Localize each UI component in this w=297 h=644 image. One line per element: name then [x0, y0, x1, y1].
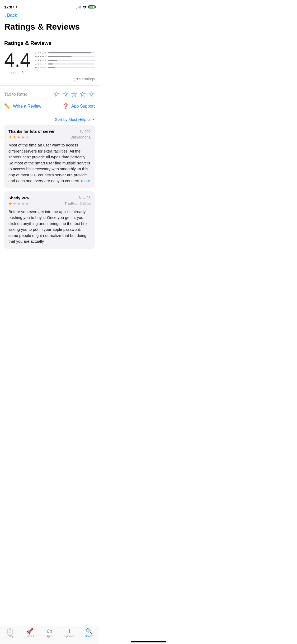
mini-star: ★	[40, 59, 42, 62]
mini-star: ★	[40, 52, 42, 54]
review-star: ★	[17, 201, 21, 206]
mini-star: ★	[35, 63, 37, 65]
status-time: 17:07	[4, 5, 18, 9]
big-rating: 4.4 out of 5	[4, 50, 31, 75]
reviews-container: Thanks for lots of server 1y ago ★★★★★ D…	[0, 125, 99, 275]
review-star: ★	[21, 135, 25, 140]
back-chevron-icon: ‹	[4, 13, 6, 18]
back-button[interactable]: ‹ Back	[4, 13, 17, 18]
rate-star-2[interactable]: ☆	[62, 90, 69, 99]
mini-star: ★	[42, 52, 44, 54]
review-star-row: ★★★★★ TheBeardInfidel	[8, 201, 91, 206]
mini-star: ★	[40, 66, 42, 69]
rating-out-of: out of 5	[11, 71, 24, 75]
review-star: ★	[25, 135, 29, 140]
mini-star: ★	[44, 52, 46, 54]
mini-stars: ★★★★★	[35, 59, 46, 62]
signal-icon	[76, 5, 81, 8]
mini-star: ★	[44, 59, 46, 62]
mini-star: ★	[35, 59, 37, 62]
rate-star-5[interactable]: ☆	[88, 90, 95, 99]
write-review-icon: ✏️	[4, 103, 11, 109]
review-title: Thanks for lots of server	[8, 129, 77, 134]
bar-track	[48, 56, 95, 57]
rate-star-1[interactable]: ☆	[53, 90, 60, 99]
review-star: ★	[17, 135, 21, 140]
app-support-button[interactable]: ❓ App Support	[50, 103, 95, 109]
sort-chevron-icon: ▼	[92, 118, 95, 121]
review-date: Nov 25	[79, 196, 91, 200]
tap-to-rate-label: Tap to Rate:	[4, 92, 50, 97]
review-card: Thanks for lots of server 1y ago ★★★★★ D…	[4, 125, 95, 188]
review-star: ★	[8, 135, 12, 140]
bar-fill	[48, 63, 53, 65]
mini-star: ★	[37, 59, 39, 62]
battery-icon: ⚡	[88, 5, 95, 8]
rating-bar-row: ★★★★★	[35, 52, 95, 54]
review-more-button[interactable]: more	[81, 178, 90, 183]
write-review-label: Write a Review	[13, 104, 41, 109]
status-icons: ⚡	[76, 5, 95, 8]
mini-star: ★	[40, 55, 42, 58]
rate-star-4[interactable]: ☆	[79, 90, 86, 99]
mini-star: ★	[42, 63, 44, 65]
page-title: Ratings & Reviews	[0, 20, 99, 36]
mini-star: ★	[42, 59, 44, 62]
bar-track	[48, 52, 95, 53]
review-body: Most of the time an user want to access …	[8, 142, 91, 184]
review-stars: ★★★★★	[8, 201, 29, 206]
mini-stars: ★★★★★	[35, 52, 46, 54]
bar-track	[48, 60, 95, 61]
mini-stars: ★★★★★	[35, 63, 46, 65]
review-star: ★	[21, 201, 25, 206]
review-star-row: ★★★★★ Duryadhona	[8, 135, 91, 140]
ratings-section-title: Ratings & Reviews	[4, 40, 95, 46]
rating-bar-row: ★★★★★	[35, 63, 95, 65]
mini-star: ★	[42, 66, 44, 69]
rating-bar-row: ★★★★★	[35, 55, 95, 58]
app-support-icon: ❓	[63, 103, 69, 109]
mini-star: ★	[35, 66, 37, 69]
review-stars: ★★★★★	[8, 135, 29, 140]
bar-fill	[48, 56, 71, 57]
mini-star: ★	[44, 66, 46, 69]
sort-row: Sort by Most Helpful ▼	[0, 114, 99, 125]
back-label: Back	[7, 13, 17, 18]
total-ratings: 17,765 Ratings	[4, 77, 95, 85]
review-date: 1y ago	[79, 129, 91, 133]
rating-overview: 4.4 out of 5 ★★★★★ ★★★★★ ★★★★★ ★★★★★ ★★★…	[4, 50, 95, 75]
bar-fill	[48, 60, 57, 61]
mini-star: ★	[44, 55, 46, 58]
review-body: Before you even get into the app it's al…	[8, 209, 91, 245]
nav-bar: ‹ Back	[0, 12, 99, 20]
write-review-button[interactable]: ✏️ Write a Review	[4, 103, 50, 109]
action-row: ✏️ Write a Review ❓ App Support	[0, 103, 99, 114]
review-star: ★	[25, 201, 29, 206]
bar-fill	[48, 67, 55, 68]
mini-star: ★	[35, 55, 37, 58]
rating-bar-row: ★★★★★	[35, 66, 95, 69]
rate-star-3[interactable]: ☆	[71, 90, 77, 99]
rate-stars[interactable]: ☆ ☆ ☆ ☆ ☆	[53, 90, 95, 99]
review-header: Shady VPN Nov 25	[8, 196, 91, 200]
bar-track	[48, 67, 95, 68]
review-star: ★	[13, 201, 16, 206]
mini-star: ★	[37, 63, 39, 65]
review-author: Duryadhona	[70, 135, 91, 139]
status-bar: 17:07 ⚡	[0, 0, 99, 12]
location-icon	[15, 6, 18, 8]
review-star: ★	[8, 201, 12, 206]
review-author: TheBeardInfidel	[64, 201, 91, 206]
bar-track	[48, 63, 95, 65]
rating-bars: ★★★★★ ★★★★★ ★★★★★ ★★★★★ ★★★★★	[35, 50, 95, 69]
mini-star: ★	[35, 52, 37, 54]
rating-score: 4.4	[4, 50, 31, 70]
ratings-section: Ratings & Reviews 4.4 out of 5 ★★★★★ ★★★…	[0, 36, 99, 85]
sort-button[interactable]: Sort by Most Helpful ▼	[55, 117, 95, 122]
review-title: Shady VPN	[8, 196, 77, 200]
review-header: Thanks for lots of server 1y ago	[8, 129, 91, 134]
mini-star: ★	[37, 55, 39, 58]
mini-stars: ★★★★★	[35, 55, 46, 58]
bar-fill	[48, 52, 91, 53]
mini-star: ★	[44, 63, 46, 65]
